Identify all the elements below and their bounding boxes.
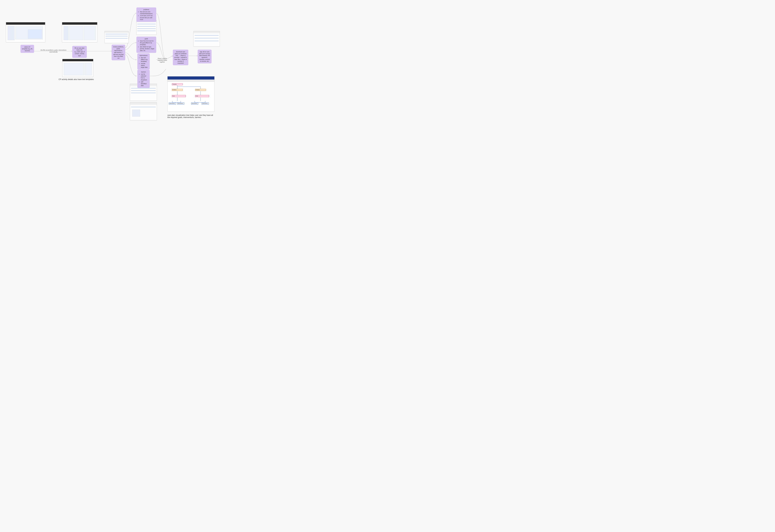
node-goals[interactable]: goals have free form text for the goal (… bbox=[136, 37, 156, 53]
node-barriers[interactable]: barriers can be selected from a dropdown… bbox=[137, 70, 150, 88]
screenshot-interventions-b bbox=[130, 102, 157, 120]
node-fill-basic[interactable]: fill out care plan basic info e.g. staff… bbox=[72, 46, 87, 58]
screenshot-activity-templates bbox=[62, 59, 93, 77]
screenshot-select-template bbox=[6, 22, 45, 42]
screenshot-review bbox=[104, 31, 129, 43]
list-item: include status, target date bbox=[141, 63, 148, 68]
node-title: problems bbox=[138, 9, 155, 11]
node-problems[interactable]: problems free text (no ICD-10s/standardi… bbox=[136, 7, 156, 22]
screenshot-fill-basic bbox=[62, 22, 97, 42]
node-item-list: have free form text for the goal (filled… bbox=[138, 40, 155, 51]
node-title: barriers bbox=[139, 71, 148, 73]
node-text: review problems, goals, interventions, a… bbox=[113, 46, 124, 59]
node-item-list: can be selected from a dropdown add iden… bbox=[139, 73, 148, 86]
list-item: add identified date bbox=[141, 81, 148, 86]
list-item: ACM does 1/CP, but Ezcare lets you add m… bbox=[140, 15, 155, 20]
caption-templates: CP activity details also have text templ… bbox=[59, 78, 99, 80]
screenshot-problems bbox=[136, 20, 156, 35]
node-title: goals bbox=[138, 38, 155, 40]
list-item: can be selected from a dropdown bbox=[141, 73, 148, 81]
node-signoff[interactable]: sign off on care plan (ICP survey) date … bbox=[198, 50, 211, 63]
diagram-canvas: select CP template (e.g. flu vaccine) fi… bbox=[0, 0, 225, 127]
list-item: also fields for type, priority, duration… bbox=[140, 46, 155, 51]
node-text: sign off on care plan (ICP survey) date … bbox=[199, 51, 210, 62]
node-review[interactable]: review problems, goals, interventions, a… bbox=[112, 45, 125, 60]
list-item: free text (filled in by template) bbox=[141, 57, 148, 62]
list-item: have free form text for the goal (filled… bbox=[140, 40, 155, 46]
node-download[interactable]: download care plans as combined PDF → sh… bbox=[173, 50, 188, 65]
list-item: free text (no ICD-10s/standardization) bbox=[140, 11, 155, 15]
node-text: download care plans as combined PDF → sh… bbox=[174, 51, 187, 64]
screenshot-signoff bbox=[193, 31, 220, 46]
edge-label-autofill: this fills out problems, goals, interven… bbox=[37, 49, 70, 53]
node-text: fill out care plan basic info e.g. staff… bbox=[74, 47, 85, 56]
edge-label-link3: these 3 can be explicitly linked togethe… bbox=[155, 58, 169, 63]
screenshot-care-plan-tree: Template: Problem: Problem: Goal: Goal: … bbox=[167, 76, 214, 112]
node-title: interventions bbox=[139, 55, 148, 56]
caption-tree: care plan visualization tree helps user … bbox=[167, 114, 215, 118]
node-item-list: free text (filled in by template) includ… bbox=[139, 57, 148, 68]
node-interventions[interactable]: interventions free text (filled in by te… bbox=[137, 53, 150, 70]
node-text: select CP template (e.g. flu vaccine) bbox=[22, 46, 32, 51]
node-select-cp[interactable]: select CP template (e.g. flu vaccine) bbox=[20, 45, 34, 53]
node-item-list: free text (no ICD-10s/standardization) A… bbox=[138, 11, 155, 20]
